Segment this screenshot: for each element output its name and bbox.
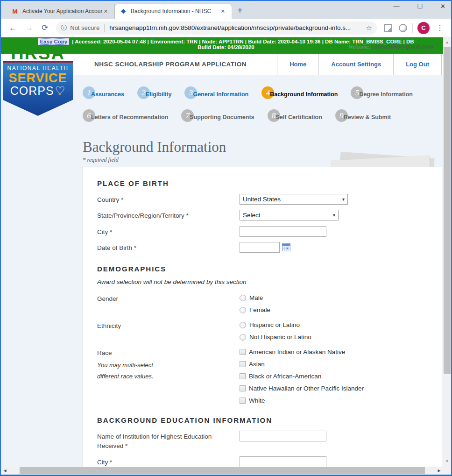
step-label: Degree Information — [359, 91, 413, 99]
step-supporting-documents[interactable]: 7 Supporting Documents — [181, 109, 254, 122]
step-general-information[interactable]: 3 General Information — [184, 86, 248, 99]
security-label: Not secure — [70, 24, 99, 31]
tab-background-information[interactable]: ❖ Background Information - NHSC ✕ — [115, 4, 232, 19]
vertical-scroll-thumb[interactable] — [444, 47, 451, 374]
maximize-button[interactable]: ☐ — [414, 3, 425, 10]
country-label: Country * — [97, 194, 240, 205]
reload-icon[interactable]: ⟳ — [37, 23, 52, 33]
education-city-input[interactable] — [240, 456, 326, 467]
country-value: United States — [243, 196, 281, 203]
institution-label: Name of Institution for Highest Educatio… — [97, 431, 240, 451]
chevron-down-icon: ▾ — [342, 197, 345, 202]
ethnicity-label: Ethnicity — [97, 320, 240, 331]
app-title: NHSC SCHOLARSHIP PROGRAM APPLICATION — [94, 61, 247, 68]
option-label: Hispanic or Latino — [249, 321, 300, 328]
step-degree-information[interactable]: 5 Degree Information — [351, 86, 413, 99]
state-label: State/Province/Region/Territory * — [97, 210, 240, 220]
option-label: American Indian or Alaskan Native — [249, 348, 345, 355]
forward-icon[interactable]: → — [21, 23, 37, 33]
info-icon[interactable]: ⓘ — [61, 24, 67, 32]
native-hawaiian-checkbox[interactable] — [240, 385, 246, 391]
address-bar[interactable]: ⓘ Not secure hrsangenapp1trn.nih.gov:858… — [56, 21, 377, 35]
asian-checkbox[interactable] — [240, 361, 246, 367]
step-assurances[interactable]: 1 Assurances — [83, 86, 124, 99]
back-icon[interactable]: ← — [5, 23, 21, 33]
section-background-education: BACKGROUND EDUCATION INFORMATION — [97, 416, 428, 424]
extension-page-icon[interactable] — [384, 24, 392, 32]
step-label: Review & Submit — [344, 114, 391, 122]
nav-account-settings[interactable]: Account Settings — [318, 54, 393, 75]
american-indian-checkbox[interactable] — [240, 349, 246, 355]
logo-line-service: SERVICE — [3, 71, 73, 85]
step-letters-of-recommendation[interactable]: 6 Letters of Recommendation — [83, 109, 168, 122]
minimize-button[interactable]: — — [390, 3, 402, 10]
state-select[interactable]: Select ▾ — [240, 210, 339, 220]
demographics-note: Award selection will not be determined b… — [97, 278, 428, 285]
scroll-up-icon[interactable]: ▲ — [443, 38, 451, 46]
horizontal-scroll-thumb[interactable] — [20, 467, 425, 474]
gender-option-female: Female — [240, 306, 270, 313]
dob-control — [240, 242, 290, 253]
tab-title: Activate Your Application Accoun — [22, 8, 102, 14]
step-self-certification[interactable]: 8 Self Certification — [268, 109, 322, 122]
close-tab-icon[interactable]: ✕ — [102, 7, 110, 15]
background-information-form: PLACE OF BIRTH Country * United States ▾… — [83, 167, 442, 468]
hispanic-radio[interactable] — [240, 322, 246, 328]
calendar-icon[interactable] — [282, 243, 290, 251]
race-option-native-hawaiian: Native Hawaiian or Other Pacific Islande… — [240, 385, 364, 392]
step-label: Supporting Documents — [190, 114, 254, 122]
female-radio[interactable] — [240, 307, 246, 313]
step-eligibility[interactable]: 2 Eligibility — [137, 86, 172, 99]
option-label: Not Hispanic or Latino — [249, 334, 311, 341]
race-label: Race — [97, 348, 240, 358]
nav-log-out[interactable]: Log Out — [393, 54, 442, 75]
institution-row: Name of Institution for Highest Educatio… — [97, 431, 428, 451]
scroll-left-icon[interactable]: ◀ — [1, 467, 9, 475]
option-label: White — [249, 397, 265, 404]
page-title: Background Information — [83, 139, 451, 156]
logo-line-national-health: NATIONAL HEALTH — [3, 63, 73, 71]
step-label: Assurances — [91, 91, 124, 99]
ethnicity-option-hispanic: Hispanic or Latino — [240, 321, 311, 328]
profile-avatar[interactable]: C — [417, 22, 430, 34]
tab-gmail[interactable]: M Activate Your Application Accoun ✕ — [7, 4, 115, 19]
browser-window: M Activate Your Application Accoun ✕ ❖ B… — [0, 0, 452, 476]
dob-input[interactable] — [240, 242, 280, 253]
url-text[interactable]: hrsangenapp1trn.nih.gov:8580/extranet/ap… — [109, 24, 362, 31]
gmail-icon: M — [11, 8, 19, 15]
step-label: Eligibility — [146, 91, 172, 99]
white-checkbox[interactable] — [240, 398, 246, 404]
horizontal-scrollbar[interactable]: ◀ ▶ — [1, 467, 443, 475]
new-tab-button[interactable]: + — [232, 5, 248, 19]
easy-copy-link[interactable]: Easy Copy — [38, 38, 69, 45]
bookmark-star-icon[interactable]: ☆ — [366, 24, 372, 32]
vertical-scrollbar[interactable]: ▲ ▼ — [443, 37, 451, 475]
step-review-submit[interactable]: 9 Review & Submit — [335, 109, 391, 122]
state-row: State/Province/Region/Territory * Select… — [97, 210, 428, 220]
race-option-asian: Asian — [240, 361, 364, 368]
option-label: Native Hawaiian or Other Pacific Islande… — [249, 385, 364, 392]
gender-options: Male Female — [240, 293, 270, 313]
scroll-down-icon[interactable]: ▼ — [443, 457, 451, 465]
not-hispanic-radio[interactable] — [240, 334, 246, 341]
country-row: Country * United States ▾ — [97, 194, 428, 205]
tab-strip: M Activate Your Application Accoun ✕ ❖ B… — [1, 1, 451, 19]
extension-ball-icon[interactable] — [399, 24, 407, 32]
window-controls: — ☐ ✕ — [390, 3, 448, 10]
browser-menu-icon[interactable]: ⋮ — [432, 23, 447, 32]
nav-home[interactable]: Home — [277, 54, 318, 75]
black-african-american-checkbox[interactable] — [240, 373, 246, 379]
step-background-information[interactable]: 4 Background Information — [261, 86, 338, 99]
close-button[interactable]: ✕ — [438, 3, 448, 10]
city-input[interactable] — [240, 226, 326, 237]
gender-option-male: Male — [240, 294, 270, 301]
male-radio[interactable] — [240, 295, 246, 301]
ethnicity-option-not-hispanic: Not Hispanic or Latino — [240, 334, 311, 341]
omnibox-divider — [104, 24, 105, 32]
institution-input[interactable] — [240, 431, 326, 441]
dob-row: Date of Birth * — [97, 242, 428, 253]
scroll-right-icon[interactable]: ▶ — [435, 467, 443, 475]
country-select[interactable]: United States ▾ — [240, 194, 348, 205]
close-tab-icon[interactable]: ✕ — [219, 7, 227, 15]
steps-row-1: 1 Assurances 2 Eligibility 3 General Inf… — [83, 86, 451, 99]
